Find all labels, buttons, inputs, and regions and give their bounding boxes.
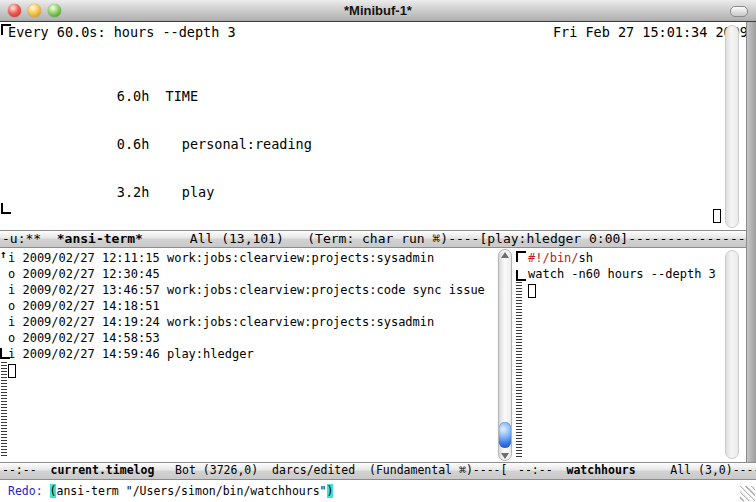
timelog-pane[interactable]: i 2009/02/27 12:11:15 work:jobs:clearvie… (0, 248, 497, 462)
resize-grip[interactable] (740, 486, 755, 501)
modeline-info: All (3,0)-------------- (636, 463, 756, 477)
watch-timestamp: Fri Feb 27 15:01:34 2009 (553, 24, 748, 40)
buffer-continuation-arrow-icon: ↑ (0, 249, 7, 261)
log-line: i 2009/02/27 14:19:24 work:jobs:clearvie… (8, 314, 434, 330)
shebang-line: #!/bin/sh (528, 250, 593, 266)
minibuffer-text: Redo: (ansi-term "/Users/simon/bin/watch… (8, 483, 333, 499)
timelog-cursor (8, 364, 16, 378)
log-line: o 2009/02/27 14:58:53 (8, 330, 160, 346)
terminal-pane[interactable]: Every 60.0s: hours --depth 3 Fri Feb 27 … (0, 22, 746, 230)
bottom-modelines: --:-- current.timelog Bot (3726,0) darcs… (0, 462, 756, 480)
toolbar-pill-button[interactable] (730, 6, 748, 17)
empty-line-indicator (516, 282, 522, 458)
buffer-bottom-corner-icon (516, 270, 526, 281)
modeline-flags: -u:** (2, 231, 57, 246)
buffer-bottom-corner-icon (0, 348, 10, 359)
modeline-watchhours[interactable]: --:-- watchhours All (3,0)-------------- (514, 463, 756, 479)
watch-command-line: Every 60.0s: hours --depth 3 (8, 24, 236, 40)
shebang-interpreter-path: #!/bin/ (528, 251, 579, 265)
log-line: i 2009/02/27 13:46:57 work:jobs:clearvie… (8, 282, 485, 298)
scrollbar-timelog[interactable] (497, 248, 513, 462)
scrollbar-up-arrow-icon[interactable] (501, 252, 509, 258)
modeline-info: All (13,101) (Term: char run ⌘)----[play… (143, 231, 756, 246)
minibuffer-command: ansi-term "/Users/simon/bin/watchhours" (56, 484, 326, 498)
script-cursor (528, 284, 536, 298)
window-edge[interactable] (746, 22, 756, 462)
scrollbar-track-script[interactable] (725, 250, 739, 459)
empty-line-indicator (1, 362, 7, 458)
log-line: o 2009/02/27 14:18:51 (8, 298, 160, 314)
report-line: 6.0h TIME (3, 88, 312, 104)
terminal-cursor (713, 209, 721, 223)
modeline-flags: --:-- (2, 463, 50, 477)
paren-close-highlight: ) (327, 484, 334, 498)
modeline-buffer-name: watchhours (566, 463, 635, 477)
report-line: 0.6h personal:reading (3, 136, 312, 152)
buffer-top-corner-icon (516, 251, 526, 262)
window-title: *Minibuf-1* (0, 3, 756, 18)
buffer-bottom-corner-icon (1, 203, 11, 214)
log-line: i 2009/02/27 12:11:15 work:jobs:clearvie… (8, 250, 434, 266)
watch-header-row: Every 60.0s: hours --depth 3 Fri Feb 27 … (8, 24, 748, 40)
buffer-top-corner-icon (1, 24, 11, 35)
report-line: 3.2h play (3, 184, 312, 200)
minibuffer-area[interactable]: Redo: (ansi-term "/Users/simon/bin/watch… (0, 480, 756, 502)
modeline-flags: --:-- (518, 463, 566, 477)
title-bar[interactable]: *Minibuf-1* (0, 0, 756, 22)
shebang-shell-name: sh (579, 251, 593, 265)
emacs-window: *Minibuf-1* Every 60.0s: hours --depth 3… (0, 0, 756, 502)
scrollbar-track-terminal[interactable] (725, 25, 739, 228)
log-line: i 2009/02/27 14:59:46 play:hledger (8, 346, 254, 362)
scrollbar-down-arrow-icon[interactable] (501, 453, 509, 459)
script-line: watch -n60 hours --depth 3 (528, 266, 716, 282)
minibuffer-prompt: Redo: (8, 484, 50, 498)
modeline-buffer-name: current.timelog (50, 463, 154, 477)
log-line: o 2009/02/27 12:30:45 (8, 266, 160, 282)
modeline-info: Bot (3726,0) darcs/edited (Fundamental ⌘… (154, 463, 507, 477)
modeline-timelog[interactable]: --:-- current.timelog Bot (3726,0) darcs… (0, 463, 514, 479)
modeline-buffer-name: *ansi-term* (57, 231, 143, 246)
modeline-ansi-term[interactable]: -u:** *ansi-term* All (13,101) (Term: ch… (0, 230, 756, 248)
scrollbar-thumb[interactable] (499, 422, 511, 448)
script-pane[interactable]: #!/bin/sh watch -n60 hours --depth 3 (513, 248, 746, 462)
